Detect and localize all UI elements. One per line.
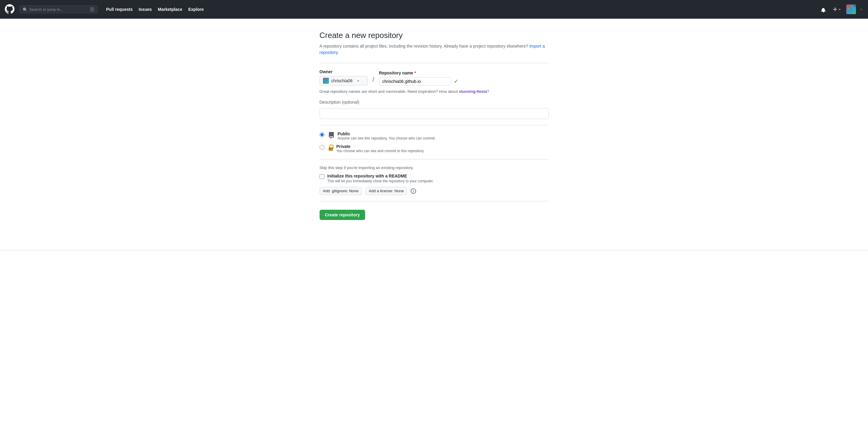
init-readme-content: Initialize this repository with a README…: [328, 173, 434, 183]
nav-links: Pull requests Issues Marketplace Explore: [104, 5, 206, 13]
repo-name-group: Repository name * ✓: [379, 70, 458, 86]
public-radio[interactable]: [319, 132, 324, 137]
navbar: Search or jump to... / Pull requests Iss…: [0, 0, 868, 19]
desc-label: Description (optional): [319, 100, 549, 105]
section-divider-2: [319, 125, 549, 125]
notification-dot: [854, 4, 857, 6]
init-readme-option: Initialize this repository with a README…: [319, 173, 549, 183]
main-content: Create a new repository A repository con…: [314, 31, 555, 238]
book-icon: [328, 132, 335, 139]
search-placeholder-text: Search or jump to...: [29, 7, 63, 12]
subtitle-text: A repository contains all project files,…: [319, 44, 528, 48]
github-logo-icon: [5, 4, 14, 14]
plus-icon: [832, 7, 838, 12]
owner-label: Owner: [319, 69, 368, 74]
visibility-public-option: Public Anyone can see this repository. Y…: [319, 131, 549, 140]
nav-explore[interactable]: Explore: [186, 5, 206, 13]
init-readme-checkbox[interactable]: [319, 174, 324, 179]
repo-name-valid-icon: ✓: [454, 78, 458, 85]
owner-dropdown-icon: [356, 79, 360, 83]
private-vis-title: Private: [337, 144, 425, 149]
owner-name: chrischia06: [331, 78, 353, 83]
visibility-private-option: Private You choose who can see and commi…: [319, 144, 549, 153]
extra-options: Add .gitignore: None Add a license: None…: [319, 187, 549, 195]
owner-group: Owner chrischia06: [319, 69, 368, 86]
public-vis-title: Public: [338, 131, 436, 136]
init-readme-title: Initialize this repository with a README: [328, 173, 434, 178]
avatar-image: [848, 6, 854, 12]
nav-issues[interactable]: Issues: [136, 5, 154, 13]
slash-separator: /: [373, 76, 374, 84]
svg-rect-3: [849, 8, 851, 9]
private-vis-desc: You choose who can see and commit to thi…: [337, 149, 425, 153]
license-select[interactable]: Add a license: None: [365, 187, 407, 195]
repo-name-label: Repository name *: [379, 70, 458, 75]
lock-icon: [328, 145, 334, 151]
user-avatar[interactable]: [846, 4, 856, 14]
info-icon[interactable]: i: [411, 188, 416, 194]
repo-name-input[interactable]: [379, 77, 451, 86]
create-repository-button[interactable]: Create repository: [319, 210, 365, 220]
description-group: Description (optional): [319, 100, 549, 119]
gitignore-select[interactable]: Add .gitignore: None: [319, 187, 362, 195]
public-vis-content: Public Anyone can see this repository. Y…: [338, 131, 436, 140]
section-divider-3: [319, 159, 549, 159]
owner-select[interactable]: chrischia06: [319, 76, 368, 86]
avatar-dropdown-icon: [860, 7, 863, 11]
bell-icon: [820, 6, 827, 12]
github-logo-link[interactable]: [5, 4, 14, 15]
search-box[interactable]: Search or jump to... /: [19, 5, 98, 13]
init-readme-desc: This will let you immediately clone the …: [328, 179, 434, 183]
page-title: Create a new repository: [319, 31, 549, 40]
nav-right: [819, 4, 863, 14]
private-vis-content: Private You choose who can see and commi…: [337, 144, 425, 153]
page-subtitle: A repository contains all project files,…: [319, 43, 549, 56]
init-section: Skip this step if you're importing an ex…: [319, 165, 549, 195]
nav-marketplace[interactable]: Marketplace: [156, 5, 185, 13]
notifications-button[interactable]: [819, 5, 828, 13]
visibility-section: Public Anyone can see this repository. Y…: [319, 131, 549, 153]
public-vis-desc: Anyone can see this repository. You choo…: [338, 136, 436, 140]
required-asterisk: *: [414, 70, 416, 75]
name-suggestion: stunning-fiesta: [459, 89, 487, 94]
search-shortcut-key: /: [90, 7, 94, 12]
description-input[interactable]: [319, 108, 549, 119]
init-hint: Skip this step if you're importing an ex…: [319, 165, 549, 170]
owner-repo-row: Owner chrischia06 / Repository name * ✓: [319, 69, 549, 86]
search-icon: [23, 7, 27, 11]
private-radio[interactable]: [319, 145, 324, 150]
nav-pull-requests[interactable]: Pull requests: [104, 5, 135, 13]
dropdown-chevron-icon: [838, 7, 841, 11]
submit-section: Create repository: [319, 210, 549, 220]
owner-avatar: [323, 78, 329, 84]
create-new-button[interactable]: [831, 5, 843, 13]
section-divider-1: [319, 63, 549, 63]
svg-rect-2: [848, 8, 849, 9]
name-hint: Great repository names are short and mem…: [319, 89, 549, 94]
footer-divider: [0, 250, 868, 251]
section-divider-4: [319, 201, 549, 201]
